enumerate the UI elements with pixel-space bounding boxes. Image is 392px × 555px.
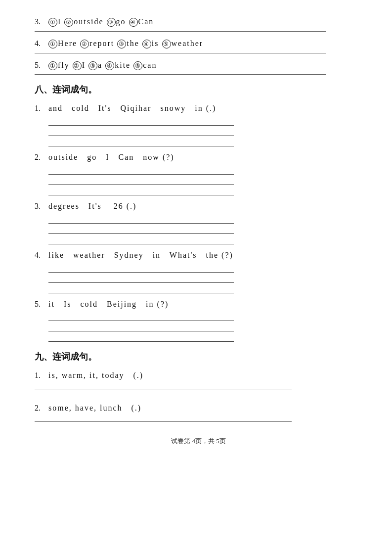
section-8: 八、连词成句。 1. and cold It's Qiqihar snowy i… — [35, 84, 362, 342]
s8-answer-2 — [48, 166, 234, 195]
s8-item-3-content: degrees It's 26 (.) — [48, 199, 362, 214]
s8-answer-5-line2 — [48, 323, 234, 331]
s8-item-4-content: like weather Sydney in What's the (?) — [48, 248, 362, 263]
item-5-content: ①fly ②I ③a ④kite ⑤can — [48, 58, 362, 73]
circle-5-2: ② — [73, 61, 82, 70]
item-5-num: 5. — [35, 58, 48, 73]
s8-item-1: 1. and cold It's Qiqihar snowy in (.) — [35, 101, 362, 146]
s9-item-1: 1. is, warm, it, today (.) — [35, 369, 362, 389]
s8-answer-3 — [48, 215, 234, 244]
section-9-title: 九、连词成句。 — [35, 351, 362, 363]
s8-item-2: 2. outside go I Can now (?) — [35, 150, 362, 195]
s9-item-2-content: some, have, lunch (.) — [48, 401, 362, 416]
s8-item-2-content: outside go I Can now (?) — [48, 150, 362, 165]
s8-answer-2-line3 — [48, 186, 234, 195]
circle-4-5: ⑤ — [162, 40, 171, 48]
s8-item-5-num: 5. — [35, 297, 48, 312]
s8-item-1-content: and cold It's Qiqihar snowy in (.) — [48, 101, 362, 116]
s8-answer-1 — [48, 117, 234, 146]
s8-answer-2-line1 — [48, 166, 234, 175]
s8-answer-4 — [48, 264, 234, 293]
item-3: 3. ①I ②outside ③go ④Can — [35, 15, 362, 32]
top-items-section: 3. ①I ②outside ③go ④Can 4. ①Here ②report… — [35, 15, 362, 75]
circle-4-3: ③ — [117, 40, 126, 48]
s8-answer-1-line2 — [48, 127, 234, 136]
footer-text: 试卷第 4页，共 5页 — [171, 437, 226, 445]
circle-1: ① — [48, 18, 57, 27]
s9-item-2: 2. some, have, lunch (.) — [35, 401, 362, 422]
item-5: 5. ①fly ②I ③a ④kite ⑤can — [35, 58, 362, 75]
sep-5 — [35, 74, 326, 75]
s9-item-1-content: is, warm, it, today (.) — [48, 369, 362, 383]
circle-4: ④ — [129, 18, 138, 27]
s9-item-1-num: 1. — [35, 369, 48, 383]
item-4: 4. ①Here ②report ③the ④is ⑤weather — [35, 37, 362, 53]
s8-item-3: 3. degrees It's 26 (.) — [35, 199, 362, 244]
s8-answer-5-line3 — [48, 333, 234, 342]
sep-4 — [35, 53, 326, 53]
s8-answer-5-line1 — [48, 312, 234, 321]
s8-answer-5 — [48, 312, 234, 342]
s9-sep-1 — [35, 389, 292, 389]
s8-answer-3-line3 — [48, 235, 234, 244]
item-3-num: 3. — [35, 15, 48, 29]
circle-4-1: ① — [48, 40, 57, 48]
s8-answer-2-line2 — [48, 176, 234, 185]
sep-3 — [35, 31, 326, 32]
circle-5-4: ④ — [105, 61, 114, 70]
circle-5-1: ① — [48, 61, 57, 70]
s8-answer-1-line3 — [48, 138, 234, 146]
s8-item-5: 5. it Is cold Beijing in (?) — [35, 297, 362, 342]
section-9: 九、连词成句。 1. is, warm, it, today (.) 2. so… — [35, 351, 362, 422]
s9-item-2-num: 2. — [35, 401, 48, 416]
s8-item-4-num: 4. — [35, 248, 48, 263]
s8-answer-4-line1 — [48, 264, 234, 273]
item-4-num: 4. — [35, 37, 48, 51]
section-8-title: 八、连词成句。 — [35, 84, 362, 95]
circle-4-4: ④ — [142, 40, 151, 48]
page-footer: 试卷第 4页，共 5页 — [35, 437, 362, 446]
circle-5-3: ③ — [88, 61, 97, 70]
s8-item-5-content: it Is cold Beijing in (?) — [48, 297, 362, 312]
s8-item-1-num: 1. — [35, 101, 48, 116]
s8-answer-1-line1 — [48, 117, 234, 126]
s8-answer-3-line2 — [48, 225, 234, 234]
s9-sep-2 — [35, 421, 292, 422]
circle-5-5: ⑤ — [133, 61, 142, 70]
s8-item-3-num: 3. — [35, 199, 48, 214]
item-3-content: ①I ②outside ③go ④Can — [48, 15, 362, 29]
item-4-content: ①Here ②report ③the ④is ⑤weather — [48, 37, 362, 51]
circle-2: ② — [64, 18, 73, 27]
circle-4-2: ② — [80, 40, 89, 48]
circle-3: ③ — [107, 18, 116, 27]
s8-item-4: 4. like weather Sydney in What's the (?) — [35, 248, 362, 293]
s8-item-2-num: 2. — [35, 150, 48, 165]
s8-answer-4-line2 — [48, 274, 234, 283]
s8-answer-3-line1 — [48, 215, 234, 224]
s8-answer-4-line3 — [48, 284, 234, 293]
